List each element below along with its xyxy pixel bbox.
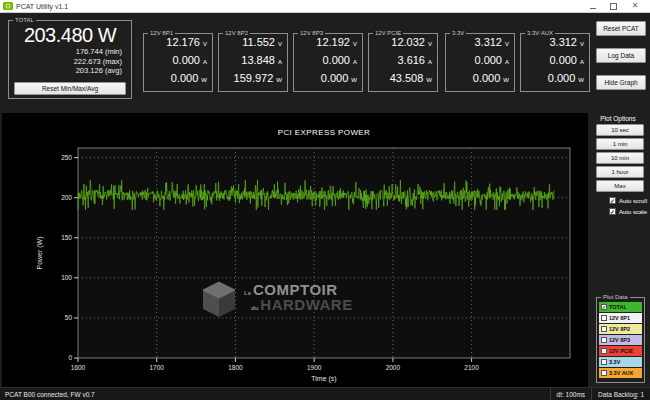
volts-value: 12.176 xyxy=(166,36,200,48)
auto-scroll-label: Auto scroll xyxy=(619,198,647,204)
x-tick-label: 1900 xyxy=(307,364,322,371)
volts-unit: V xyxy=(278,41,282,47)
log-data-button[interactable]: Log Data xyxy=(596,48,646,63)
plot-data-checkbox[interactable] xyxy=(601,348,607,354)
plot-area xyxy=(78,148,570,358)
watts-value: 0.000 xyxy=(321,72,349,84)
range-1hour-button[interactable]: 1 hour xyxy=(596,166,644,178)
watts-unit: W xyxy=(578,77,584,83)
range-max-button[interactable]: Max xyxy=(596,180,644,192)
range-1min-button[interactable]: 1 min xyxy=(596,138,644,150)
y-tick-label: 250 xyxy=(61,154,72,161)
status-bar: PCAT B00 connected, FW v0.7 dt: 100ms Da… xyxy=(0,387,650,400)
auto-scale-label: Auto scale xyxy=(619,209,647,215)
readout-panel: TOTAL 203.480 W 176.744 (min) 222.673 (m… xyxy=(0,13,650,113)
total-panel: TOTAL 203.480 W 176.744 (min) 222.673 (m… xyxy=(8,20,132,99)
plot-data-checkbox[interactable] xyxy=(601,370,607,376)
chart-title: PCI EXPRESS POWER xyxy=(278,128,371,137)
amps-value: 0.000 xyxy=(322,54,350,66)
plot-data-checkbox[interactable] xyxy=(601,359,607,365)
volts-unit: V xyxy=(505,41,509,47)
dt-status: dt: 100ms xyxy=(550,388,592,400)
y-tick-label: 150 xyxy=(61,234,72,241)
channel-panel-12v-pcie: 12V PCIE 12.032V 3.616A 43.508W xyxy=(368,33,438,92)
graph-area: 050100150200250160017001800190020002100P… xyxy=(2,113,588,387)
auto-scroll-option[interactable]: Auto scroll xyxy=(609,197,647,204)
auto-scale-checkbox[interactable] xyxy=(609,208,616,215)
x-tick-label: 2100 xyxy=(464,364,479,371)
watts-value: 0.000 xyxy=(473,72,501,84)
range-10min-button[interactable]: 10 min xyxy=(596,152,644,164)
y-tick-label: 100 xyxy=(61,274,72,281)
total-min-value: 176.744 (min) xyxy=(9,47,131,57)
channel-label: 12V 8P3 xyxy=(298,30,325,37)
x-tick-label: 1600 xyxy=(71,364,86,371)
watts-unit: W xyxy=(201,77,207,83)
watts-value: 159.972 xyxy=(234,72,274,84)
channel-panel-3v3-aux: 3.3V AUX 3.312V 0.000A 0.000W xyxy=(520,33,590,92)
plot-data-row-label: 12V 8P2 xyxy=(609,326,630,332)
plot-data-row[interactable]: 12V PCIE xyxy=(599,346,642,356)
plot-data-row-label: 3.3V AUX xyxy=(609,370,633,376)
reset-minmaxavg-button[interactable]: Reset Min/Max/Avg xyxy=(14,82,126,95)
plot-data-row-label: TOTAL xyxy=(609,304,627,310)
plot-data-row[interactable]: TOTAL xyxy=(599,302,642,312)
total-panel-label: TOTAL xyxy=(13,17,36,24)
plot-data-checkbox[interactable] xyxy=(601,315,607,321)
x-tick-label: 1800 xyxy=(228,364,243,371)
watts-value: 0.000 xyxy=(171,72,199,84)
channel-panel-12v-8p3: 12V 8P3 12.192V 0.000A 0.000W xyxy=(293,33,363,92)
plot-sidebar: Plot Options 10 sec 1 min 10 min 1 hour … xyxy=(588,113,650,387)
total-max-value: 222.673 (max) xyxy=(9,57,131,67)
amps-value: 0.000 xyxy=(474,54,502,66)
plot-data-row[interactable]: 3.3V xyxy=(599,357,642,367)
volts-unit: V xyxy=(580,41,584,47)
x-axis-label: Time (s) xyxy=(311,375,336,383)
plot-data-row-label: 12V PCIE xyxy=(609,348,633,354)
amps-unit: A xyxy=(428,59,432,65)
total-power-value: 203.480 W xyxy=(9,24,131,47)
volts-value: 3.312 xyxy=(474,36,502,48)
plot-data-checkbox[interactable] xyxy=(601,304,607,310)
total-avg-value: 203.126 (avg) xyxy=(9,66,131,76)
volts-unit: V xyxy=(203,41,207,47)
channel-label: 3.3V xyxy=(450,30,466,37)
volts-value: 11.552 xyxy=(242,36,275,48)
y-tick-label: 0 xyxy=(68,354,72,361)
x-tick-label: 2000 xyxy=(386,364,401,371)
amps-unit: A xyxy=(203,59,207,65)
plot-data-row[interactable]: 3.3V AUX xyxy=(599,368,642,378)
data-backlog-status: Data Backlog: 1 xyxy=(591,388,650,400)
range-10sec-button[interactable]: 10 sec xyxy=(596,124,644,136)
x-tick-label: 1700 xyxy=(149,364,164,371)
title-bar: PCAT Utility v1.1 ✕ xyxy=(0,0,650,13)
plot-data-checkbox[interactable] xyxy=(601,337,607,343)
plot-data-label: Plot Data xyxy=(601,294,630,301)
plot-data-row[interactable]: 12V 8P2 xyxy=(599,324,642,334)
reset-pcat-button[interactable]: Reset PCAT xyxy=(596,21,646,36)
volts-value: 12.032 xyxy=(391,36,425,48)
plot-data-row[interactable]: 12V 8P1 xyxy=(599,313,642,323)
maximize-button[interactable] xyxy=(610,3,617,10)
plot-data-row[interactable]: 12V 8P3 xyxy=(599,335,642,345)
watts-unit: W xyxy=(276,77,282,83)
auto-scroll-checkbox[interactable] xyxy=(609,197,616,204)
plot-data-row-label: 3.3V xyxy=(609,359,620,365)
amps-value: 0.000 xyxy=(172,54,200,66)
close-button[interactable]: ✕ xyxy=(631,2,639,10)
minimize-button[interactable] xyxy=(590,4,596,9)
y-tick-label: 200 xyxy=(61,194,72,201)
amps-unit: A xyxy=(278,59,282,65)
volts-unit: V xyxy=(428,41,432,47)
plot-data-checkbox[interactable] xyxy=(601,326,607,332)
volts-value: 12.192 xyxy=(316,36,350,48)
watts-unit: W xyxy=(426,77,432,83)
amps-value: 13.848 xyxy=(241,54,275,66)
channel-label: 12V PCIE xyxy=(373,30,403,37)
hide-graph-button[interactable]: Hide Graph xyxy=(596,75,646,90)
power-chart: 050100150200250160017001800190020002100P… xyxy=(2,113,588,387)
volts-unit: V xyxy=(353,41,357,47)
plot-data-panel: Plot Data TOTAL 12V 8P1 12V 8P2 12V 8P3 … xyxy=(596,297,645,383)
auto-scale-option[interactable]: Auto scale xyxy=(609,208,647,215)
channel-panel-12v-8p1: 12V 8P1 12.176V 0.000A 0.000W xyxy=(143,33,213,92)
